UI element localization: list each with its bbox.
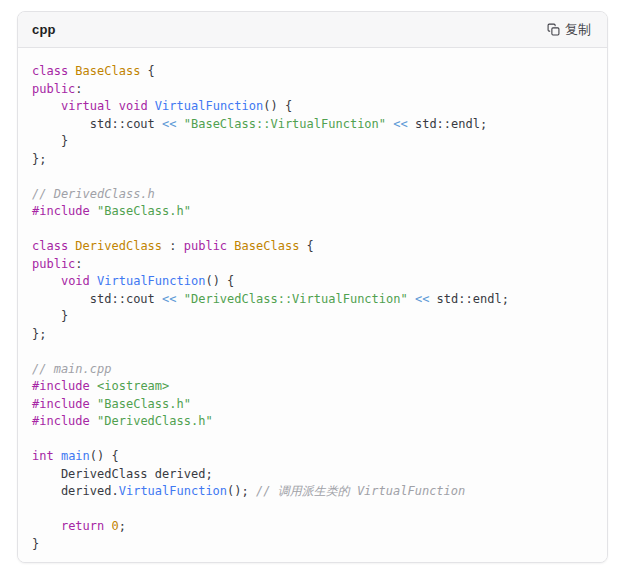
- code-token: {: [299, 239, 313, 253]
- code-line: #include "BaseClass.h": [32, 203, 593, 221]
- code-token: () {: [90, 449, 119, 463]
- code-token: }: [32, 309, 68, 323]
- code-token: public: [184, 239, 227, 253]
- code-token: ();: [227, 484, 256, 498]
- code-token: VirtualFunction: [119, 484, 227, 498]
- code-token: :: [162, 239, 184, 253]
- code-token: <<: [162, 117, 176, 131]
- code-token: std::cout: [32, 117, 162, 131]
- code-token: // DerivedClass.h: [32, 187, 155, 201]
- code-line: #include "DerivedClass.h": [32, 413, 593, 431]
- code-token: [177, 117, 184, 131]
- code-token: derived.: [32, 484, 119, 498]
- code-token: <<: [393, 117, 407, 131]
- code-token: () {: [263, 99, 292, 113]
- code-token: // main.cpp: [32, 362, 111, 376]
- code-line: }: [32, 536, 593, 554]
- code-token: "BaseClass::VirtualFunction": [184, 117, 386, 131]
- code-token: #include: [32, 397, 90, 411]
- code-token: :: [75, 82, 82, 96]
- code-line: // main.cpp: [32, 361, 593, 379]
- code-line: int main() {: [32, 448, 593, 466]
- code-line: #include "BaseClass.h": [32, 396, 593, 414]
- code-token: int: [32, 449, 54, 463]
- code-token: // 调用派生类的 VirtualFunction: [256, 484, 465, 498]
- code-token: VirtualFunction: [155, 99, 263, 113]
- code-language-label: cpp: [32, 22, 56, 37]
- code-token: };: [32, 152, 46, 166]
- code-token: :: [75, 257, 82, 271]
- code-token: ;: [119, 519, 126, 533]
- code-line: [32, 431, 593, 449]
- code-line: return 0;: [32, 518, 593, 536]
- code-token: main: [61, 449, 90, 463]
- code-token: class: [32, 64, 68, 78]
- code-token: #include: [32, 414, 90, 428]
- code-line: }: [32, 133, 593, 151]
- code-token: [32, 99, 61, 113]
- code-line: virtual void VirtualFunction() {: [32, 98, 593, 116]
- code-token: [90, 414, 97, 428]
- code-token: DerivedClass derived;: [32, 467, 213, 481]
- code-line: class DerivedClass : public BaseClass {: [32, 238, 593, 256]
- code-line: DerivedClass derived;: [32, 466, 593, 484]
- code-token: [177, 292, 184, 306]
- code-token: public: [32, 257, 75, 271]
- code-token: {: [140, 64, 154, 78]
- code-token: "DerivedClass.h": [97, 414, 213, 428]
- code-line: public:: [32, 81, 593, 99]
- code-line: public:: [32, 256, 593, 274]
- code-token: [148, 99, 155, 113]
- code-token: [90, 379, 97, 393]
- code-token: virtual: [61, 99, 112, 113]
- copy-button-label: 复制: [565, 21, 591, 39]
- code-token: [90, 204, 97, 218]
- code-token: [104, 519, 111, 533]
- code-token: #include: [32, 379, 90, 393]
- code-token: [408, 292, 415, 306]
- code-line: };: [32, 151, 593, 169]
- code-block-header: cpp 复制: [18, 12, 607, 48]
- code-line: class BaseClass {: [32, 63, 593, 81]
- code-line: };: [32, 326, 593, 344]
- code-token: VirtualFunction: [97, 274, 205, 288]
- copy-button[interactable]: 复制: [545, 19, 593, 41]
- code-line: [32, 168, 593, 186]
- code-token: return: [61, 519, 104, 533]
- code-token: [90, 274, 97, 288]
- code-token: DerivedClass: [75, 239, 162, 253]
- code-token: std::endl;: [429, 292, 508, 306]
- code-token: <<: [162, 292, 176, 306]
- code-token: [111, 99, 118, 113]
- code-token: "BaseClass.h": [97, 204, 191, 218]
- code-line: // DerivedClass.h: [32, 186, 593, 204]
- code-block-card: cpp 复制 class BaseClass {public: virtual …: [17, 11, 608, 563]
- code-line: std::cout << "DerivedClass::VirtualFunct…: [32, 291, 593, 309]
- code-token: void: [61, 274, 90, 288]
- code-token: [32, 274, 61, 288]
- code-token: [32, 519, 61, 533]
- code-token: "BaseClass.h": [97, 397, 191, 411]
- code-token: }: [32, 134, 68, 148]
- code-token: () {: [205, 274, 234, 288]
- code-token: [90, 397, 97, 411]
- code-token: };: [32, 327, 46, 341]
- code-token: 0: [112, 519, 119, 533]
- code-token: "DerivedClass::VirtualFunction": [184, 292, 408, 306]
- code-line: derived.VirtualFunction(); // 调用派生类的 Vir…: [32, 483, 593, 501]
- code-token: void: [119, 99, 148, 113]
- code-token: <iostream>: [97, 379, 169, 393]
- code-token: }: [32, 537, 39, 551]
- code-token: class: [32, 239, 68, 253]
- code-token: [54, 449, 61, 463]
- code-line: [32, 501, 593, 519]
- code-line: [32, 221, 593, 239]
- code-token: BaseClass: [234, 239, 299, 253]
- code-token: std::cout: [32, 292, 162, 306]
- code-line: }: [32, 308, 593, 326]
- code-token: std::endl;: [408, 117, 487, 131]
- code-line: std::cout << "BaseClass::VirtualFunction…: [32, 116, 593, 134]
- code-line: void VirtualFunction() {: [32, 273, 593, 291]
- code-content: class BaseClass {public: virtual void Vi…: [18, 48, 607, 563]
- code-token: BaseClass: [75, 64, 140, 78]
